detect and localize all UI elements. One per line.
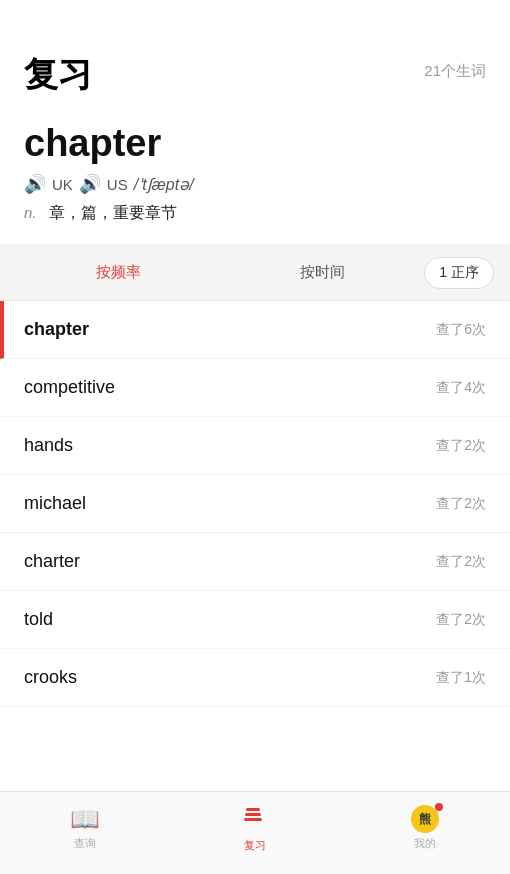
pronunciation-text: /ˈtʃæptə/ — [134, 175, 194, 194]
query-icon: 📖 — [70, 805, 100, 833]
word-row[interactable]: michael查了2次 — [0, 475, 510, 533]
uk-speaker-icon[interactable]: 🔊 — [24, 173, 46, 195]
word-row-word: crooks — [24, 667, 77, 688]
part-of-speech: n. — [24, 204, 37, 221]
word-row-count: 查了2次 — [436, 437, 486, 455]
word-row[interactable]: charter查了2次 — [0, 533, 510, 591]
word-row[interactable]: competitive查了4次 — [0, 359, 510, 417]
page-title: 复习 — [24, 52, 92, 98]
word-row-count: 查了1次 — [436, 669, 486, 687]
svg-rect-1 — [245, 813, 261, 816]
us-speaker-icon[interactable]: 🔊 — [79, 173, 101, 195]
sort-by-frequency-button[interactable]: 按频率 — [16, 255, 220, 290]
word-row-word: hands — [24, 435, 73, 456]
tab-profile[interactable]: 熊 我的 — [340, 805, 510, 861]
tab-bar: 📖 查询 复习 熊 我的 — [0, 791, 510, 874]
tab-review-label: 复习 — [244, 838, 266, 853]
word-row-word: chapter — [24, 319, 89, 340]
order-button[interactable]: 1 正序 — [424, 257, 494, 289]
word-row-count: 查了2次 — [436, 495, 486, 513]
word-list: chapter查了6次competitive查了4次hands查了2次micha… — [0, 301, 510, 707]
word-row-count: 查了2次 — [436, 611, 486, 629]
word-row-count: 查了6次 — [436, 321, 486, 339]
pronunciation-row: 🔊 UK 🔊 US /ˈtʃæptə/ — [24, 173, 486, 195]
tab-review[interactable]: 复习 — [170, 803, 340, 863]
sort-bar: 按频率 按时间 1 正序 — [0, 245, 510, 301]
avatar: 熊 — [411, 805, 439, 833]
tab-query[interactable]: 📖 查询 — [0, 805, 170, 861]
word-count-badge: 21个生词 — [424, 62, 486, 81]
word-row-word: michael — [24, 493, 86, 514]
page-header: 复习 21个生词 — [0, 0, 510, 106]
svg-rect-2 — [244, 818, 262, 821]
definition-row: n. 章，篇，重要章节 — [24, 203, 486, 224]
definition-text: 章，篇，重要章节 — [49, 203, 177, 224]
tab-profile-label: 我的 — [414, 836, 436, 851]
word-row[interactable]: crooks查了1次 — [0, 649, 510, 707]
word-row-word: competitive — [24, 377, 115, 398]
us-label: US — [107, 176, 128, 193]
tab-query-label: 查询 — [74, 836, 96, 851]
word-row-count: 查了2次 — [436, 553, 486, 571]
sort-by-time-button[interactable]: 按时间 — [220, 255, 424, 290]
notification-badge — [435, 803, 443, 811]
word-row-word: told — [24, 609, 53, 630]
review-icon — [242, 803, 268, 835]
word-display: chapter — [24, 122, 486, 165]
word-row[interactable]: hands查了2次 — [0, 417, 510, 475]
word-card: chapter 🔊 UK 🔊 US /ˈtʃæptə/ n. 章，篇，重要章节 — [0, 106, 510, 245]
word-row[interactable]: chapter查了6次 — [0, 301, 510, 359]
word-row-word: charter — [24, 551, 80, 572]
word-row-count: 查了4次 — [436, 379, 486, 397]
uk-label: UK — [52, 176, 73, 193]
word-row[interactable]: told查了2次 — [0, 591, 510, 649]
svg-rect-0 — [246, 808, 260, 811]
